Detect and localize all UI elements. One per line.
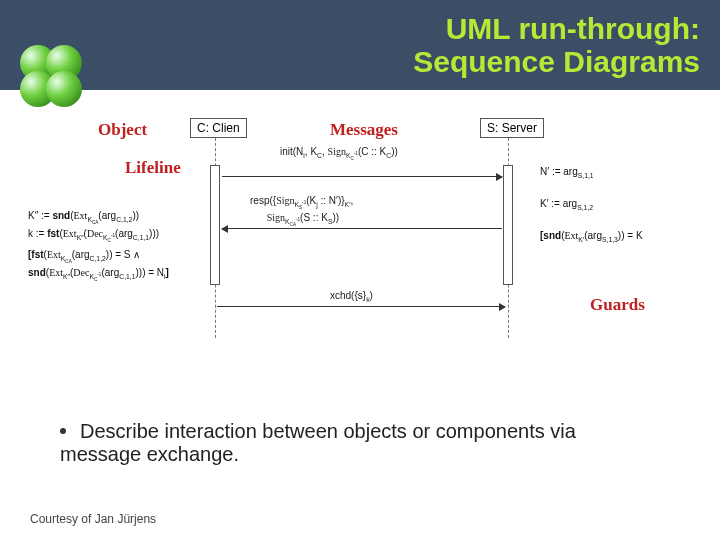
note-k: k := fst(ExtK″(DecKC-1(argC,1,1))) [28, 228, 159, 243]
bullet-point: Describe interaction between objects or … [60, 420, 660, 466]
activation-client [210, 165, 220, 285]
note-k2: K″ := snd(ExtKCA(argC,1,2)) [28, 210, 139, 225]
label-object: Object [98, 120, 147, 140]
bullet-text: Describe interaction between objects or … [60, 420, 576, 465]
footer-credit: Courtesy of Jan Jürjens [30, 512, 156, 526]
msg-xchd: xchd({s}k) [330, 290, 373, 303]
slide-title: UML run-through: Sequence Diagrams [120, 12, 700, 78]
sequence-diagram: Object Messages Lifeline Guards C: Clien… [0, 110, 720, 410]
note-kprime: K′ := argS,1,2 [540, 198, 593, 211]
orb-icon [46, 71, 82, 107]
bullet-dot-icon [60, 428, 66, 434]
guard-client: [fst(ExtKCA(argC,1,2)) = S ∧ snd(ExtK″(D… [28, 248, 169, 283]
title-line-1: UML run-through: [446, 12, 700, 45]
label-lifeline: Lifeline [125, 158, 181, 178]
msg-init: init(Ni, KC, SignKC-1(C :: KC)) [280, 146, 398, 161]
note-nprime: N′ := argS,1,1 [540, 166, 594, 179]
label-guards: Guards [590, 295, 645, 315]
msg-resp: resp({SignKS-1(Kj :: N′)}K′, SignKCA-1(S… [250, 194, 353, 229]
arrow-init [222, 176, 502, 177]
object-server: S: Server [480, 118, 544, 138]
activation-server [503, 165, 513, 285]
title-line-2: Sequence Diagrams [413, 45, 700, 78]
arrow-xchd [217, 306, 505, 307]
object-client: C: Clien [190, 118, 247, 138]
label-messages: Messages [330, 120, 398, 140]
slide-header: UML run-through: Sequence Diagrams [0, 0, 720, 90]
guard-server: [snd(ExtK′(argS,1,3)) = K [540, 230, 643, 243]
